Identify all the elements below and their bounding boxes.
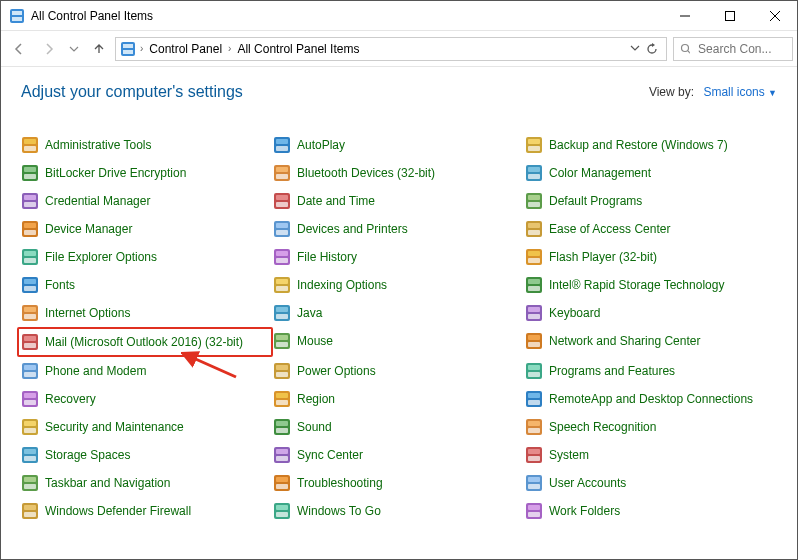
- cp-item-color-management[interactable]: Color Management: [525, 159, 777, 187]
- cp-item-label: Devices and Printers: [297, 222, 408, 236]
- back-button[interactable]: [5, 35, 33, 63]
- remoteapp-icon: [525, 390, 543, 408]
- svg-rect-40: [24, 223, 36, 228]
- sound-icon: [273, 418, 291, 436]
- cp-item-device-manager[interactable]: Device Manager: [21, 215, 273, 243]
- maximize-button[interactable]: [707, 1, 752, 31]
- refresh-button[interactable]: [646, 43, 658, 55]
- svg-rect-67: [24, 307, 36, 312]
- svg-rect-131: [24, 512, 36, 517]
- cp-item-storage-spaces[interactable]: Storage Spaces: [21, 441, 273, 469]
- cp-item-windows-to-go[interactable]: Windows To Go: [273, 497, 525, 525]
- mail-icon: [21, 333, 39, 351]
- cp-item-ease-of-access[interactable]: Ease of Access Center: [525, 215, 777, 243]
- cp-item-label: System: [549, 448, 589, 462]
- cp-item-label: Java: [297, 306, 322, 320]
- cp-item-system[interactable]: System: [525, 441, 777, 469]
- cp-item-bluetooth[interactable]: Bluetooth Devices (32-bit): [273, 159, 525, 187]
- cp-item-programs-features[interactable]: Programs and Features: [525, 357, 777, 385]
- forward-button[interactable]: [35, 35, 63, 63]
- svg-rect-118: [528, 449, 540, 454]
- cp-item-speech-recognition[interactable]: Speech Recognition: [525, 413, 777, 441]
- cp-item-label: Bluetooth Devices (32-bit): [297, 166, 435, 180]
- cp-item-label: Ease of Access Center: [549, 222, 670, 236]
- cp-item-mouse[interactable]: Mouse: [273, 327, 525, 355]
- cp-item-bitlocker[interactable]: BitLocker Drive Encryption: [21, 159, 273, 187]
- close-button[interactable]: [752, 1, 797, 31]
- intel-rst-icon: [525, 276, 543, 294]
- troubleshooting-icon: [273, 474, 291, 492]
- svg-rect-29: [528, 174, 540, 179]
- cp-item-date-time[interactable]: Date and Time: [273, 187, 525, 215]
- cp-item-autoplay[interactable]: AutoPlay: [273, 131, 525, 159]
- cp-item-taskbar-navigation[interactable]: Taskbar and Navigation: [21, 469, 273, 497]
- cp-item-label: Phone and Modem: [45, 364, 146, 378]
- svg-rect-14: [24, 146, 36, 151]
- cp-item-file-explorer-options[interactable]: File Explorer Options: [21, 243, 273, 271]
- address-dropdown-button[interactable]: [630, 43, 640, 55]
- svg-rect-56: [528, 258, 540, 263]
- svg-rect-106: [276, 421, 288, 426]
- fonts-icon: [21, 276, 39, 294]
- svg-rect-79: [276, 335, 288, 340]
- svg-rect-134: [276, 512, 288, 517]
- cp-item-administrative-tools[interactable]: Administrative Tools: [21, 131, 273, 159]
- up-button[interactable]: [85, 35, 113, 63]
- cp-item-devices-printers[interactable]: Devices and Printers: [273, 215, 525, 243]
- minimize-button[interactable]: [662, 1, 707, 31]
- autoplay-icon: [273, 136, 291, 154]
- search-box[interactable]: [673, 37, 793, 61]
- cp-item-flash-player[interactable]: Flash Player (32-bit): [525, 243, 777, 271]
- cp-item-internet-options[interactable]: Internet Options: [21, 299, 273, 327]
- svg-rect-22: [24, 167, 36, 172]
- cp-item-keyboard[interactable]: Keyboard: [525, 299, 777, 327]
- svg-rect-47: [528, 230, 540, 235]
- cp-item-label: Credential Manager: [45, 194, 150, 208]
- breadcrumb-root[interactable]: Control Panel: [147, 42, 224, 56]
- cp-item-phone-modem[interactable]: Phone and Modem: [21, 357, 273, 385]
- programs-features-icon: [525, 362, 543, 380]
- cp-item-sync-center[interactable]: Sync Center: [273, 441, 525, 469]
- cp-item-backup-restore[interactable]: Backup and Restore (Windows 7): [525, 131, 777, 159]
- cp-item-default-programs[interactable]: Default Programs: [525, 187, 777, 215]
- svg-rect-52: [276, 251, 288, 256]
- recent-locations-button[interactable]: [65, 35, 83, 63]
- view-by-value[interactable]: Small icons ▼: [703, 85, 777, 99]
- cp-item-security-maintenance[interactable]: Security and Maintenance: [21, 413, 273, 441]
- svg-rect-26: [276, 174, 288, 179]
- search-input[interactable]: [696, 41, 786, 57]
- cp-item-remoteapp[interactable]: RemoteApp and Desktop Connections: [525, 385, 777, 413]
- cp-item-label: Mail (Microsoft Outlook 2016) (32-bit): [45, 335, 243, 349]
- cp-item-java[interactable]: Java: [273, 299, 525, 327]
- chevron-right-icon: ›: [228, 43, 231, 54]
- svg-point-10: [682, 44, 689, 51]
- svg-rect-46: [528, 223, 540, 228]
- svg-rect-55: [528, 251, 540, 256]
- cp-item-troubleshooting[interactable]: Troubleshooting: [273, 469, 525, 497]
- cp-item-region[interactable]: Region: [273, 385, 525, 413]
- svg-rect-128: [528, 484, 540, 489]
- cp-item-windows-defender-firewall[interactable]: Windows Defender Firewall: [21, 497, 273, 525]
- svg-rect-136: [528, 505, 540, 510]
- cp-item-network-sharing[interactable]: Network and Sharing Center: [525, 327, 777, 355]
- cp-item-mail[interactable]: Mail (Microsoft Outlook 2016) (32-bit): [17, 327, 273, 357]
- cp-item-work-folders[interactable]: Work Folders: [525, 497, 777, 525]
- svg-rect-98: [276, 400, 288, 405]
- cp-item-credential-manager[interactable]: Credential Manager: [21, 187, 273, 215]
- cp-item-intel-rst[interactable]: Intel® Rapid Storage Technology: [525, 271, 777, 299]
- cp-item-indexing-options[interactable]: Indexing Options: [273, 271, 525, 299]
- cp-item-fonts[interactable]: Fonts: [21, 271, 273, 299]
- cp-item-recovery[interactable]: Recovery: [21, 385, 273, 413]
- cp-item-file-history[interactable]: File History: [273, 243, 525, 271]
- cp-item-label: Fonts: [45, 278, 75, 292]
- cp-item-power-options[interactable]: Power Options: [273, 357, 525, 385]
- svg-rect-113: [24, 456, 36, 461]
- svg-rect-38: [528, 202, 540, 207]
- svg-rect-76: [24, 336, 36, 341]
- cp-item-user-accounts[interactable]: User Accounts: [525, 469, 777, 497]
- svg-rect-49: [24, 251, 36, 256]
- cp-item-sound[interactable]: Sound: [273, 413, 525, 441]
- breadcrumb-current[interactable]: All Control Panel Items: [235, 42, 361, 56]
- address-bar[interactable]: › Control Panel › All Control Panel Item…: [115, 37, 667, 61]
- svg-rect-34: [276, 195, 288, 200]
